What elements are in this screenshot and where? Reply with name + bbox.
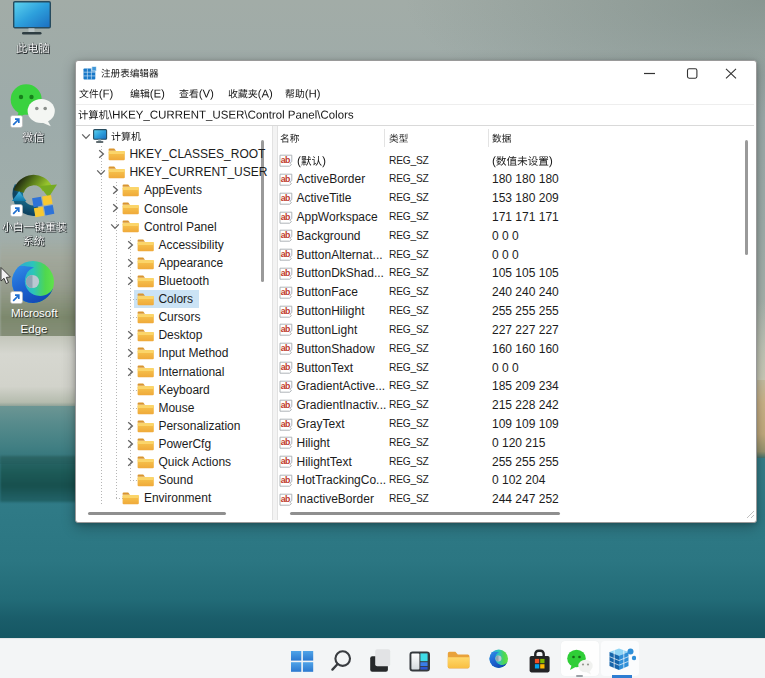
svg-text:ab: ab [280, 419, 290, 429]
svg-text:ab: ab [280, 155, 290, 165]
svg-text:ab: ab [280, 325, 290, 335]
svg-text:ab: ab [280, 268, 290, 278]
svg-text:ab: ab [280, 438, 290, 448]
svg-text:ab: ab [280, 456, 290, 466]
svg-text:ab: ab [280, 306, 290, 316]
svg-text:ab: ab [280, 494, 290, 504]
svg-text:ab: ab [280, 475, 290, 485]
svg-text:ab: ab [280, 174, 290, 184]
svg-text:ab: ab [280, 287, 290, 297]
svg-text:ab: ab [280, 193, 290, 203]
svg-text:ab: ab [280, 381, 290, 391]
svg-text:ab: ab [280, 231, 290, 241]
svg-text:ab: ab [280, 362, 290, 372]
svg-text:ab: ab [280, 212, 290, 222]
svg-text:ab: ab [280, 249, 290, 259]
svg-text:ab: ab [280, 400, 290, 410]
svg-text:ab: ab [280, 343, 290, 353]
